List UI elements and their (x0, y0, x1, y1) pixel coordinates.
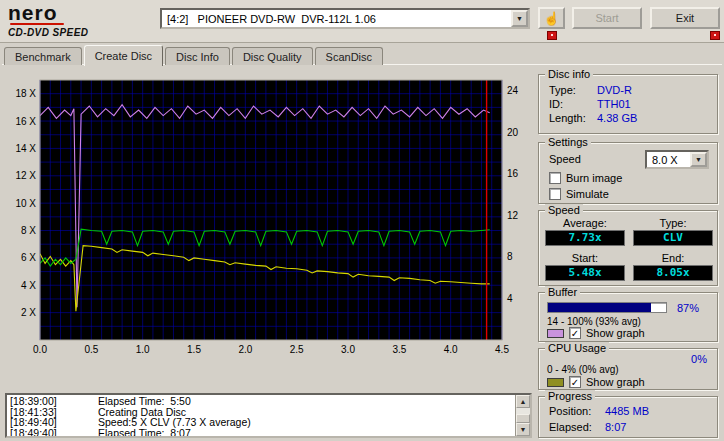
start-speed-display: 5.48x (545, 265, 625, 281)
checkbox[interactable] (549, 188, 561, 200)
scroll-down-button[interactable]: ▼ (516, 423, 530, 436)
speed-select-value: 8.0 X (647, 154, 690, 166)
scroll-track[interactable] (516, 408, 530, 423)
svg-text:2.0: 2.0 (238, 344, 252, 355)
log-line: [18:49:40]Speed:5 X CLV (7.73 X average) (10, 417, 515, 428)
cpu-show-graph[interactable]: ✓ Show graph (547, 376, 645, 388)
row-value: 4485 MB (605, 405, 649, 417)
cpu-usage-group: CPU Usage 0% 0 - 4% (0% avg) ✓ Show grap… (538, 348, 718, 390)
tab-disc-quality[interactable]: Disc Quality (232, 47, 313, 65)
svg-text:4 X: 4 X (21, 280, 36, 291)
record-indicator-icon (547, 31, 557, 40)
tab-disc-info[interactable]: Disc Info (165, 47, 230, 65)
row-value: 4.38 GB (597, 112, 637, 124)
tab-create-disc[interactable]: Create Disc (84, 45, 163, 66)
svg-text:12 X: 12 X (15, 170, 36, 181)
app-window: nero CD-DVD SPEED [4:2] PIONEER DVD-RW D… (0, 0, 724, 441)
row-label: Type: (549, 84, 597, 96)
row-value: TTH01 (597, 98, 631, 110)
average-speed-display: 7.73x (545, 230, 625, 246)
scroll-thumb[interactable] (516, 414, 530, 423)
row-label: Length: (549, 112, 597, 124)
svg-text:0.0: 0.0 (33, 344, 47, 355)
group-title: Speed (545, 204, 583, 216)
tab-bar: BenchmarkCreate DiscDisc InfoDisc Qualit… (4, 45, 385, 65)
svg-text:8: 8 (507, 251, 513, 262)
checkbox-row-simulate[interactable]: Simulate (549, 188, 622, 200)
log-scrollbar[interactable]: ▲ ▼ (515, 395, 530, 436)
position-row: Position:4485 MB (549, 405, 709, 417)
row-value: DVD-R (597, 84, 632, 96)
end-label: End: (633, 252, 713, 264)
svg-text:0.5: 0.5 (84, 344, 98, 355)
drive-select-value: [4:2] PIONEER DVD-RW DVR-112L 1.06 (162, 13, 511, 25)
show-graph-checkbox[interactable]: ✓ (569, 376, 581, 388)
chevron-down-icon[interactable]: ▼ (690, 152, 707, 167)
disc-id-row: ID:TTH01 (549, 98, 709, 110)
buffer-color-swatch (547, 329, 564, 338)
cpu-range: 0 - 4% (0% avg) (547, 364, 619, 375)
group-title: CPU Usage (545, 342, 609, 354)
tab-benchmark[interactable]: Benchmark (4, 47, 82, 65)
svg-text:2 X: 2 X (21, 307, 36, 318)
svg-text:16 X: 16 X (15, 116, 36, 127)
speed-group: Speed Average: Type: 7.73x CLV Start: En… (538, 210, 718, 286)
checkbox[interactable] (549, 172, 561, 184)
record-indicator-icon (710, 31, 720, 40)
speed-type-display: CLV (633, 230, 713, 246)
disc-info-group: Disc info Type:DVD-R ID:TTH01 Length:4.3… (538, 74, 718, 134)
log-line: [18:49:40]Elapsed Time: 8:07 (10, 428, 515, 437)
group-title: Buffer (545, 286, 580, 298)
buffer-bar (547, 302, 667, 313)
svg-text:24: 24 (507, 85, 519, 96)
app-header: nero CD-DVD SPEED [4:2] PIONEER DVD-RW D… (0, 0, 724, 43)
start-button[interactable]: Start (572, 7, 642, 29)
row-label: Position: (549, 405, 605, 417)
speed-select[interactable]: 8.0 X ▼ (645, 150, 709, 169)
buffer-bar-fill (548, 303, 651, 312)
end-speed-display: 8.05x (633, 265, 713, 281)
plot-background (40, 80, 502, 340)
buffer-range: 14 - 100% (93% avg) (547, 316, 641, 327)
log-line: [18:39:00]Elapsed Time: 5:50 (10, 396, 515, 407)
cpu-color-swatch (547, 378, 564, 387)
group-title: Disc info (545, 68, 593, 80)
elapsed-row: Elapsed:8:07 (549, 421, 709, 433)
scroll-up-button[interactable]: ▲ (516, 395, 530, 408)
svg-text:12: 12 (507, 210, 519, 221)
exit-button[interactable]: Exit (650, 7, 720, 29)
log-line: [18:41:33]Creating Data Disc (10, 407, 515, 418)
svg-text:4.0: 4.0 (444, 344, 458, 355)
svg-text:4.5: 4.5 (495, 344, 509, 355)
group-title: Progress (545, 390, 595, 402)
svg-text:14 X: 14 X (15, 143, 36, 154)
svg-text:18 X: 18 X (15, 88, 36, 99)
type-label: Type: (633, 217, 713, 229)
average-label: Average: (545, 217, 625, 229)
checkbox-row-burn-image[interactable]: Burn image (549, 172, 622, 184)
checkbox-label: Simulate (566, 188, 609, 200)
svg-text:3.0: 3.0 (341, 344, 355, 355)
log-panel: [18:39:00]Elapsed Time: 5:50[18:41:33]Cr… (5, 393, 532, 438)
buffer-show-graph[interactable]: ✓ Show graph (547, 327, 645, 339)
svg-text:16: 16 (507, 168, 519, 179)
svg-text:6 X: 6 X (21, 252, 36, 263)
settings-checkboxes: Burn imageSimulate (549, 172, 622, 204)
buffer-percent: 87% (677, 302, 699, 314)
show-graph-label: Show graph (586, 376, 645, 388)
svg-text:8 X: 8 X (21, 225, 36, 236)
tab-scandisc[interactable]: ScanDisc (315, 47, 383, 65)
hand-pointer-button[interactable]: ☝ (538, 7, 565, 29)
hand-pointer-icon: ☝ (543, 11, 559, 26)
group-title: Settings (545, 136, 591, 148)
svg-text:10 X: 10 X (15, 198, 36, 209)
chevron-down-icon[interactable]: ▼ (511, 10, 528, 27)
settings-group: Settings Speed 8.0 X ▼ Burn imageSimulat… (538, 142, 718, 204)
nero-logo-text: nero (8, 2, 154, 23)
row-label: ID: (549, 98, 597, 110)
chart-canvas: 2 X4 X6 X8 X10 X12 X14 X16 X18 X48121620… (6, 72, 530, 374)
drive-select[interactable]: [4:2] PIONEER DVD-RW DVR-112L 1.06 ▼ (160, 8, 530, 29)
show-graph-checkbox[interactable]: ✓ (569, 327, 581, 339)
speed-label: Speed (549, 153, 581, 165)
start-label: Start: (545, 252, 625, 264)
